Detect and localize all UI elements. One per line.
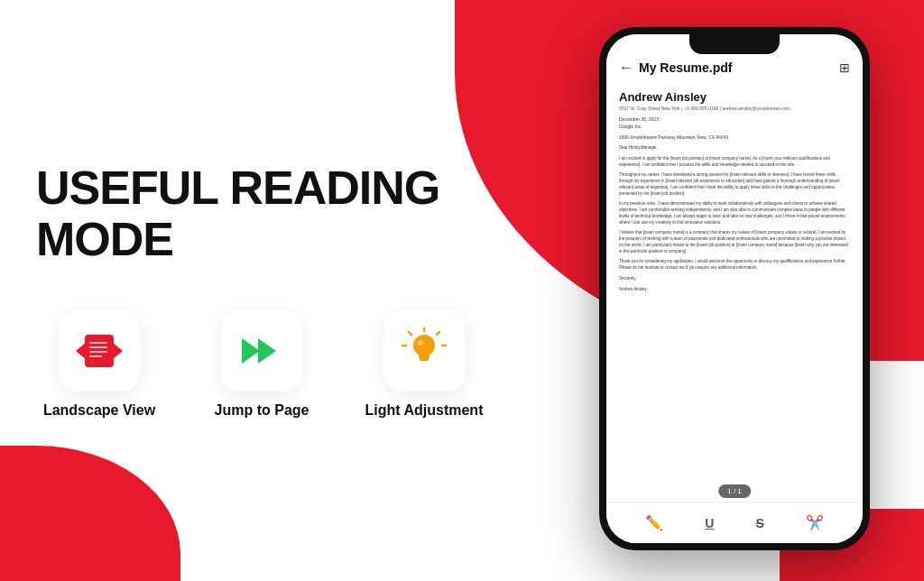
app-toolbar: ✏️ U S ✂️ (606, 502, 863, 543)
resume-company-address: 1600 Amphitheatre Parkway Mountain View,… (619, 134, 850, 140)
svg-rect-3 (89, 346, 107, 348)
toolbar-strikethrough-icon[interactable]: S (755, 516, 763, 530)
page-indicator: 1 / 1 (718, 484, 751, 498)
landscape-view-label: Landscape View (43, 402, 155, 419)
phone-notch (689, 34, 780, 54)
toolbar-underline-icon[interactable]: U (705, 516, 714, 530)
phone-screen: ← My Resume.pdf ⊞ Andrew Ainsley 5517 W.… (606, 34, 863, 543)
resume-salutation: Dear Hiring Manager, (619, 145, 850, 152)
svg-point-9 (413, 335, 435, 356)
resume-para-3: In my previous roles, I have demonstrate… (619, 201, 850, 226)
resume-para-4: I believe that [insert company name] is … (619, 230, 850, 254)
main-title: USEFUL READING MODE (36, 162, 559, 265)
pdf-content: Andrew Ainsley 5517 W. Gray Street New Y… (606, 83, 863, 502)
feature-jump-to-page[interactable]: Jump to Page (199, 310, 325, 419)
resume-date: December 30, 2023 (619, 116, 850, 122)
landscape-icon (76, 329, 123, 373)
features-row: Landscape View Jump to Page (36, 310, 559, 419)
resume-para-2: Throughout my career, I have developed a… (619, 172, 850, 197)
resume-para-1: I am excited to apply for the [insert jo… (619, 156, 850, 169)
svg-marker-6 (112, 342, 123, 360)
svg-line-15 (409, 332, 411, 335)
svg-line-13 (437, 332, 439, 335)
svg-point-17 (418, 340, 423, 346)
feature-landscape-view[interactable]: Landscape View (36, 310, 162, 419)
svg-rect-5 (89, 355, 102, 357)
phone-mockup: ← My Resume.pdf ⊞ Andrew Ainsley 5517 W.… (599, 27, 870, 550)
resume-contact: 5517 W. Gray Street New York | +1-300-55… (619, 106, 850, 111)
jump-to-page-icon-wrap (221, 310, 302, 392)
jump-icon (238, 329, 285, 373)
back-arrow-icon[interactable]: ← (619, 60, 633, 76)
toolbar-pen-icon[interactable]: ✏️ (645, 514, 663, 531)
svg-marker-7 (242, 338, 260, 364)
light-adjustment-label: Light Adjustment (365, 402, 484, 419)
svg-rect-4 (89, 351, 107, 353)
jump-to-page-label: Jump to Page (215, 402, 310, 419)
light-adjustment-icon-wrap (383, 310, 465, 392)
svg-rect-11 (420, 358, 429, 361)
light-icon (401, 327, 448, 374)
landscape-view-icon-wrap (59, 310, 140, 392)
svg-marker-8 (258, 338, 276, 364)
phone-outer: ← My Resume.pdf ⊞ Andrew Ainsley 5517 W.… (599, 27, 870, 550)
left-panel: USEFUL READING MODE Landsc (36, 0, 559, 581)
resume-para-5: Thank you for considering my application… (619, 259, 850, 272)
resume-name: Andrew Ainsley (619, 90, 850, 104)
feature-light-adjustment[interactable]: Light Adjustment (361, 310, 487, 419)
menu-icon[interactable]: ⊞ (839, 60, 850, 75)
resume-para-6: Sincerely, (619, 276, 850, 282)
svg-rect-2 (89, 342, 107, 344)
resume-para-7: Andrew Ainsley (619, 287, 850, 293)
app-header-left: ← My Resume.pdf (619, 60, 732, 76)
toolbar-scissors-icon[interactable]: ✂️ (806, 514, 824, 531)
app-header-title: My Resume.pdf (639, 60, 732, 75)
resume-company-name: Google Inc. (619, 124, 850, 129)
svg-rect-10 (419, 355, 430, 358)
